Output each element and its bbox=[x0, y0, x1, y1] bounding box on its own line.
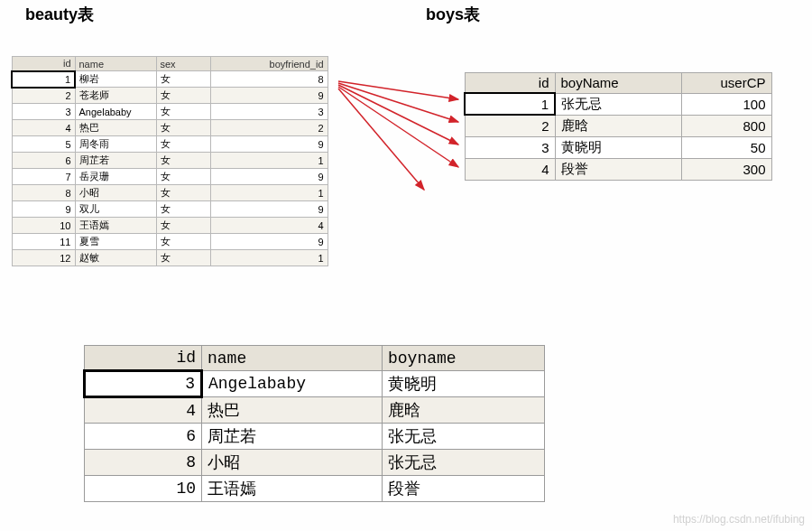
table-row: 7岳灵珊女9 bbox=[12, 169, 328, 185]
result-header-row: id name boyname bbox=[85, 346, 545, 371]
table-row: 12赵敏女1 bbox=[12, 250, 328, 266]
cell-id: 2 bbox=[465, 115, 555, 136]
cell-id: 9 bbox=[12, 201, 75, 218]
cell-id: 4 bbox=[12, 120, 75, 136]
cell-cp: 100 bbox=[681, 93, 771, 115]
beauty-header-bfid: boyfriend_id bbox=[210, 57, 328, 71]
beauty-table: id name sex boyfriend_id 1柳岩女82苍老师女93Ang… bbox=[11, 56, 328, 266]
table-row: 4热巴女2 bbox=[12, 120, 328, 136]
cell-bfid: 9 bbox=[210, 169, 328, 185]
title-boys: boys表 bbox=[426, 4, 480, 25]
cell-name: 小昭 bbox=[202, 450, 383, 476]
cell-sex: 女 bbox=[156, 71, 210, 88]
cell-bfid: 8 bbox=[210, 71, 328, 88]
cell-id: 10 bbox=[85, 476, 202, 502]
cell-name: Angelababy bbox=[75, 104, 156, 120]
cell-sex: 女 bbox=[156, 104, 210, 120]
svg-line-1 bbox=[338, 83, 458, 122]
table-row: 6周芷若女1 bbox=[12, 153, 328, 169]
cell-bname: 黄晓明 bbox=[555, 136, 681, 158]
table-row: 3Angelababy女3 bbox=[12, 104, 328, 120]
cell-bfid: 1 bbox=[210, 185, 328, 201]
watermark-text: https://blog.csdn.net/ifubing bbox=[673, 513, 805, 526]
cell-bname: 鹿晗 bbox=[383, 397, 545, 424]
table-row: 1柳岩女8 bbox=[12, 71, 328, 88]
cell-id: 2 bbox=[12, 88, 75, 104]
svg-line-2 bbox=[338, 85, 458, 144]
cell-id: 10 bbox=[12, 218, 75, 234]
cell-bname: 张无忌 bbox=[383, 424, 545, 450]
cell-sex: 女 bbox=[156, 234, 210, 250]
cell-id: 6 bbox=[12, 153, 75, 169]
cell-name: 夏雪 bbox=[75, 234, 156, 250]
cell-id: 6 bbox=[85, 424, 202, 450]
svg-line-4 bbox=[338, 88, 424, 190]
cell-sex: 女 bbox=[156, 185, 210, 201]
cell-name: 赵敏 bbox=[75, 250, 156, 266]
cell-cp: 50 bbox=[681, 136, 771, 158]
table-row: 2苍老师女9 bbox=[12, 88, 328, 104]
boys-header-bname: boyName bbox=[555, 73, 681, 94]
cell-bname: 段誉 bbox=[555, 158, 681, 180]
result-table: id name boyname 3Angelababy黄晓明4热巴鹿晗6周芷若张… bbox=[83, 345, 545, 502]
cell-id: 1 bbox=[465, 93, 555, 115]
cell-bfid: 4 bbox=[210, 218, 328, 234]
cell-bname: 段誉 bbox=[383, 476, 545, 502]
cell-name: 王语嫣 bbox=[75, 218, 156, 234]
arrows-diagram bbox=[334, 72, 469, 199]
cell-id: 5 bbox=[12, 136, 75, 153]
cell-bfid: 9 bbox=[210, 234, 328, 250]
cell-name: 双儿 bbox=[75, 201, 156, 218]
cell-sex: 女 bbox=[156, 153, 210, 169]
cell-name: 小昭 bbox=[75, 185, 156, 201]
cell-id: 3 bbox=[85, 371, 202, 397]
cell-name: 王语嫣 bbox=[202, 476, 383, 502]
boys-header-cp: userCP bbox=[681, 73, 771, 94]
cell-name: 热巴 bbox=[75, 120, 156, 136]
cell-name: 热巴 bbox=[202, 397, 383, 424]
cell-bfid: 9 bbox=[210, 88, 328, 104]
cell-cp: 800 bbox=[681, 115, 771, 136]
cell-id: 4 bbox=[85, 397, 202, 424]
table-row: 3黄晓明50 bbox=[465, 136, 771, 158]
cell-sex: 女 bbox=[156, 218, 210, 234]
cell-id: 4 bbox=[465, 158, 555, 180]
cell-name: Angelababy bbox=[202, 371, 383, 397]
table-row: 1张无忌100 bbox=[465, 93, 771, 115]
title-beauty: beauty表 bbox=[25, 4, 94, 25]
cell-name: 岳灵珊 bbox=[75, 169, 156, 185]
cell-bname: 黄晓明 bbox=[383, 371, 545, 397]
cell-id: 11 bbox=[12, 234, 75, 250]
cell-sex: 女 bbox=[156, 136, 210, 153]
cell-name: 周芷若 bbox=[75, 153, 156, 169]
cell-bfid: 9 bbox=[210, 136, 328, 153]
cell-id: 7 bbox=[12, 169, 75, 185]
beauty-header-id: id bbox=[12, 57, 75, 71]
table-row: 2鹿晗800 bbox=[465, 115, 771, 136]
table-row: 8小昭张无忌 bbox=[85, 450, 545, 476]
cell-bfid: 3 bbox=[210, 104, 328, 120]
table-row: 6周芷若张无忌 bbox=[85, 424, 545, 450]
boys-header-row: id boyName userCP bbox=[465, 73, 771, 94]
cell-bfid: 1 bbox=[210, 250, 328, 266]
cell-bfid: 2 bbox=[210, 120, 328, 136]
table-row: 3Angelababy黄晓明 bbox=[85, 371, 545, 397]
cell-bname: 鹿晗 bbox=[555, 115, 681, 136]
cell-sex: 女 bbox=[156, 169, 210, 185]
beauty-header-row: id name sex boyfriend_id bbox=[12, 57, 328, 71]
beauty-header-name: name bbox=[75, 57, 156, 71]
result-header-name: name bbox=[202, 346, 383, 371]
cell-bfid: 1 bbox=[210, 153, 328, 169]
cell-id: 1 bbox=[12, 71, 75, 88]
cell-sex: 女 bbox=[156, 120, 210, 136]
boys-header-id: id bbox=[465, 73, 555, 94]
table-row: 5周冬雨女9 bbox=[12, 136, 328, 153]
svg-line-3 bbox=[338, 87, 458, 167]
cell-bfid: 9 bbox=[210, 201, 328, 218]
table-row: 9双儿女9 bbox=[12, 201, 328, 218]
cell-bname: 张无忌 bbox=[555, 93, 681, 115]
table-row: 11夏雪女9 bbox=[12, 234, 328, 250]
result-header-bname: boyname bbox=[383, 346, 545, 371]
cell-id: 3 bbox=[465, 136, 555, 158]
cell-name: 周芷若 bbox=[202, 424, 383, 450]
